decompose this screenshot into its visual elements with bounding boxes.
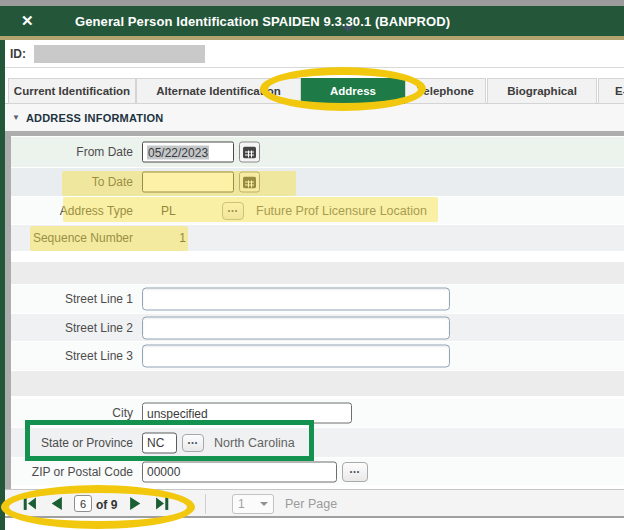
spaiden-window: ✕ General Person Identification SPAIDEN … bbox=[0, 0, 624, 530]
from-date-input[interactable]: 05/22/2023 bbox=[142, 142, 234, 163]
field-row-street-line-3: Street Line 3 bbox=[11, 342, 624, 370]
bottom-margin bbox=[5, 520, 624, 530]
per-page-value: 1 bbox=[238, 497, 245, 511]
title-bar: ✕ General Person Identification SPAIDEN … bbox=[0, 6, 624, 36]
empty-row-band bbox=[11, 371, 624, 396]
sequence-number-label: Sequence Number bbox=[11, 231, 133, 245]
street-line-3-label: Street Line 3 bbox=[11, 349, 133, 363]
city-value: unspecified bbox=[147, 406, 208, 420]
field-row-street-line-1: Street Line 1 bbox=[11, 285, 624, 313]
zip-label: ZIP or Postal Code bbox=[11, 465, 133, 479]
id-value-redacted bbox=[34, 45, 205, 63]
zip-value: 00000 bbox=[147, 465, 180, 479]
record-pagination-bar: 6 of 9 1 Per Page bbox=[5, 489, 624, 518]
id-label: ID: bbox=[10, 47, 26, 61]
field-row-sequence-number: Sequence Number 1 bbox=[11, 225, 624, 251]
tab-bar: Current Identification Alternate Identif… bbox=[5, 78, 624, 104]
previous-record-button[interactable] bbox=[48, 496, 64, 512]
street-line-3-input[interactable] bbox=[142, 345, 450, 368]
state-lookup-button[interactable]: ••• bbox=[182, 434, 204, 452]
current-page-box[interactable]: 6 bbox=[74, 495, 92, 512]
field-row-zip: ZIP or Postal Code 00000 ••• bbox=[11, 458, 624, 485]
close-icon[interactable]: ✕ bbox=[21, 13, 34, 29]
state-label: State or Province bbox=[11, 436, 133, 450]
tab-email[interactable]: E- bbox=[598, 78, 624, 104]
field-row-address-type: Address Type PL ••• Future Prof Licensur… bbox=[11, 197, 624, 224]
next-record-icon bbox=[128, 496, 143, 511]
from-date-label: From Date bbox=[11, 145, 133, 159]
field-row-to-date: To Date bbox=[11, 168, 624, 196]
calendar-icon bbox=[243, 176, 256, 188]
first-record-button[interactable] bbox=[21, 496, 37, 512]
address-type-label: Address Type bbox=[11, 204, 133, 218]
street-line-2-label: Street Line 2 bbox=[11, 321, 133, 335]
tab-address[interactable]: Address bbox=[301, 78, 405, 104]
to-date-label: To Date bbox=[11, 175, 133, 189]
street-line-2-input[interactable] bbox=[142, 316, 450, 339]
tab-current-identification[interactable]: Current Identification bbox=[8, 78, 136, 104]
calendar-icon bbox=[243, 146, 256, 158]
tab-telephone[interactable]: Telephone bbox=[405, 78, 486, 104]
street-line-1-label: Street Line 1 bbox=[11, 292, 133, 306]
to-date-calendar-button[interactable] bbox=[239, 172, 260, 193]
page-count-label: of 9 bbox=[96, 498, 117, 512]
city-input[interactable]: unspecified bbox=[142, 403, 352, 424]
id-row: ID: bbox=[5, 40, 624, 68]
active-tab-pointer-icon bbox=[342, 26, 354, 38]
last-record-button[interactable] bbox=[154, 496, 170, 512]
panel-top-border bbox=[5, 131, 624, 136]
field-row-state: State or Province NC ••• North Carolina bbox=[11, 428, 624, 457]
last-record-icon bbox=[155, 496, 170, 511]
zip-lookup-button[interactable]: ••• bbox=[342, 462, 368, 482]
collapse-caret-icon: ▼ bbox=[12, 113, 20, 122]
city-label: City bbox=[11, 406, 133, 420]
tab-alternate-identification[interactable]: Alternate Identification bbox=[136, 78, 301, 104]
page-title: General Person Identification SPAIDEN 9.… bbox=[75, 14, 450, 29]
state-input[interactable]: NC bbox=[142, 432, 177, 453]
address-information-section-header[interactable]: ▼ ADDRESS INFORMATION bbox=[5, 104, 624, 131]
sequence-number-value[interactable]: 1 bbox=[142, 231, 186, 245]
chevron-down-icon bbox=[260, 502, 268, 510]
state-value: NC bbox=[147, 436, 164, 450]
per-page-select[interactable]: 1 bbox=[232, 494, 274, 514]
first-record-icon bbox=[22, 496, 37, 511]
pagination-divider bbox=[205, 494, 206, 514]
field-row-city: City unspecified bbox=[11, 399, 624, 427]
tab-biographical[interactable]: Biographical bbox=[487, 78, 597, 104]
section-title: ADDRESS INFORMATION bbox=[26, 112, 163, 124]
per-page-label: Per Page bbox=[285, 497, 337, 511]
field-row-street-line-2: Street Line 2 bbox=[11, 314, 624, 341]
address-type-lookup-button[interactable]: ••• bbox=[222, 202, 244, 220]
address-type-description: Future Prof Licensure Location bbox=[256, 204, 427, 218]
previous-record-icon bbox=[49, 496, 64, 511]
to-date-input[interactable] bbox=[142, 172, 234, 193]
empty-row-band bbox=[11, 262, 624, 284]
from-date-calendar-button[interactable] bbox=[239, 142, 260, 163]
street-line-1-input[interactable] bbox=[142, 288, 450, 311]
address-type-value[interactable]: PL bbox=[161, 204, 176, 218]
state-description: North Carolina bbox=[214, 436, 295, 450]
zip-input[interactable]: 00000 bbox=[142, 461, 337, 482]
next-record-button[interactable] bbox=[127, 496, 143, 512]
field-row-from-date: From Date 05/22/2023 bbox=[11, 137, 624, 167]
from-date-value: 05/22/2023 bbox=[147, 145, 209, 159]
